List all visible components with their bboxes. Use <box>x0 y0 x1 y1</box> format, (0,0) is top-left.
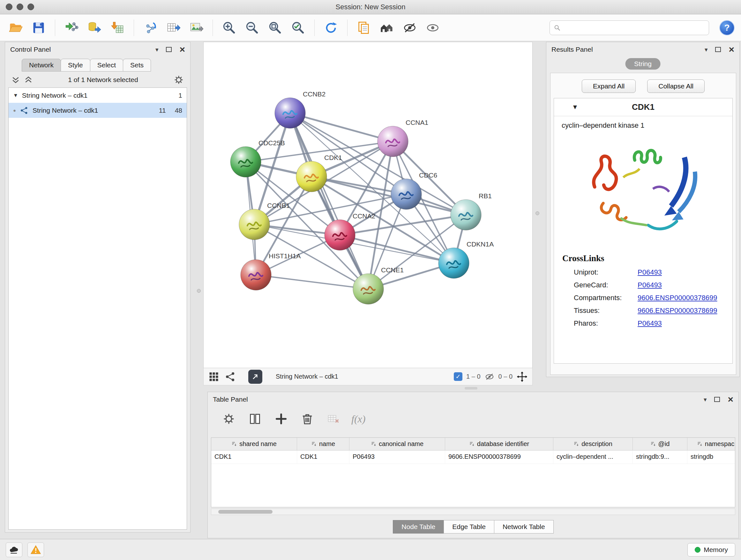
table-cell[interactable]: cyclin–dependent ... <box>553 450 633 463</box>
network-row[interactable]: ● String Network – cdk1 11 48 <box>9 103 187 118</box>
refresh-button[interactable] <box>322 18 340 37</box>
zoom-in-button[interactable] <box>220 18 239 37</box>
birdseye-grid-button[interactable] <box>208 371 219 382</box>
show-elements-button[interactable] <box>423 18 442 37</box>
cloud-status-button[interactable] <box>6 543 22 557</box>
column-header[interactable]: database identifier <box>445 438 553 450</box>
tab-network[interactable]: Network <box>22 59 61 71</box>
right-splitter-handle[interactable] <box>536 211 539 215</box>
network-node-CDK1[interactable] <box>296 161 327 192</box>
network-edge[interactable] <box>290 113 368 289</box>
global-search-field[interactable] <box>549 20 709 35</box>
copy-document-button[interactable] <box>354 18 373 37</box>
pan-move-icon[interactable] <box>516 371 528 382</box>
column-header[interactable]: name <box>297 438 349 450</box>
panel-menu-icon[interactable]: ▾ <box>155 47 158 53</box>
zoom-fit-button[interactable] <box>266 18 284 37</box>
tab-network-table[interactable]: Network Table <box>494 520 554 534</box>
crosslink-link[interactable]: P06493 <box>637 268 662 276</box>
export-network-button[interactable] <box>141 18 159 37</box>
network-node-CCNA1[interactable] <box>378 126 408 157</box>
crosslink-link[interactable]: P06493 <box>637 319 662 327</box>
expand-all-tree-icon[interactable] <box>11 75 20 84</box>
table-hscrollbar[interactable] <box>211 509 735 515</box>
table-cell[interactable]: stringdb <box>687 450 735 463</box>
export-table-button[interactable] <box>164 18 183 37</box>
panel-close-icon[interactable]: × <box>729 46 734 53</box>
warnings-button[interactable] <box>27 543 44 557</box>
network-canvas[interactable]: CCNB2CCNA1CDC25BCDK1CDC6RB1CCNB1CCNA2CDK… <box>203 42 533 368</box>
panel-menu-icon[interactable]: ▾ <box>704 396 707 402</box>
collapse-all-button[interactable]: Collapse All <box>647 79 704 93</box>
network-collection-row[interactable]: ▼ String Network – cdk1 1 <box>9 88 187 103</box>
crosslink-link[interactable]: P06493 <box>637 281 662 289</box>
network-node-CDC25B[interactable] <box>230 146 261 177</box>
maximize-window-icon[interactable] <box>27 3 34 10</box>
panel-float-icon[interactable] <box>166 47 172 52</box>
add-column-button[interactable] <box>273 411 289 427</box>
show-columns-button[interactable] <box>247 411 263 427</box>
network-node-CCNA2[interactable] <box>325 220 355 250</box>
save-session-button[interactable] <box>29 18 48 37</box>
section-collapse-icon[interactable]: ▼ <box>572 104 578 111</box>
table-cell[interactable]: stringdb:9... <box>633 450 687 463</box>
network-overview-button[interactable] <box>378 18 396 37</box>
open-session-button[interactable] <box>6 18 25 37</box>
collapse-all-tree-icon[interactable] <box>23 75 33 84</box>
search-input[interactable] <box>563 24 705 31</box>
left-splitter-handle[interactable] <box>197 289 201 293</box>
tab-style[interactable]: Style <box>61 59 90 71</box>
panel-menu-icon[interactable]: ▾ <box>704 47 708 53</box>
column-header[interactable]: canonical name <box>349 438 445 450</box>
column-header[interactable]: shared name <box>211 438 297 450</box>
import-database-button[interactable] <box>85 18 104 37</box>
tree-expand-icon[interactable]: ▼ <box>13 92 18 98</box>
hidden-eye-icon[interactable] <box>484 372 495 382</box>
crosslink-link[interactable]: 9606.ENSP00000378699 <box>637 294 718 302</box>
minimize-window-icon[interactable] <box>17 3 23 10</box>
hide-elements-button[interactable] <box>401 18 419 37</box>
network-node-HIST1H1A[interactable] <box>241 260 271 290</box>
table-settings-button[interactable] <box>220 411 237 427</box>
panel-close-icon[interactable]: × <box>728 395 733 403</box>
traffic-lights[interactable] <box>6 3 34 10</box>
crosslink-link[interactable]: 9606.ENSP00000378699 <box>637 307 718 315</box>
column-header[interactable]: description <box>553 438 633 450</box>
table-cell[interactable]: P06493 <box>349 450 445 463</box>
panel-close-icon[interactable]: × <box>179 46 185 53</box>
scrollbar-thumb[interactable] <box>218 510 273 514</box>
network-node-CCNB1[interactable] <box>239 209 270 240</box>
string-tab-badge[interactable]: String <box>625 58 661 70</box>
network-node-CDC6[interactable] <box>391 179 421 209</box>
panel-float-icon[interactable] <box>715 47 721 52</box>
table-cell[interactable]: 9606.ENSP00000378699 <box>445 450 553 463</box>
memory-button[interactable]: Memory <box>687 543 735 557</box>
network-share-button[interactable] <box>225 371 236 382</box>
panel-float-icon[interactable] <box>714 397 720 402</box>
tab-select[interactable]: Select <box>90 59 123 71</box>
tab-node-table[interactable]: Node Table <box>393 520 444 534</box>
help-button[interactable]: ? <box>719 20 735 36</box>
column-header[interactable]: @id <box>633 438 687 450</box>
gear-icon[interactable] <box>173 74 185 85</box>
zoom-selected-button[interactable] <box>289 18 307 37</box>
delete-column-button[interactable] <box>299 411 316 427</box>
network-node-RB1[interactable] <box>451 199 481 230</box>
selected-checkbox-icon[interactable]: ✓ <box>454 372 462 381</box>
close-window-icon[interactable] <box>6 3 12 10</box>
column-header[interactable]: namespac <box>687 438 735 450</box>
horizontal-splitter[interactable] <box>203 387 739 389</box>
tab-edge-table[interactable]: Edge Table <box>444 520 494 534</box>
network-node-CCNE1[interactable] <box>353 273 384 304</box>
table-cell[interactable]: CDK1 <box>211 450 297 463</box>
zoom-out-button[interactable] <box>243 18 261 37</box>
open-in-window-button[interactable] <box>248 370 262 384</box>
table-cell[interactable]: CDK1 <box>297 450 349 463</box>
network-node-CCNB2[interactable] <box>275 98 306 128</box>
import-network-button[interactable] <box>62 18 81 37</box>
network-node-CDKN1A[interactable] <box>439 248 469 278</box>
export-image-button[interactable] <box>187 18 205 37</box>
delete-table-button-disabled[interactable] <box>325 411 342 427</box>
import-table-button[interactable] <box>108 18 127 37</box>
network-edge[interactable] <box>256 275 368 289</box>
